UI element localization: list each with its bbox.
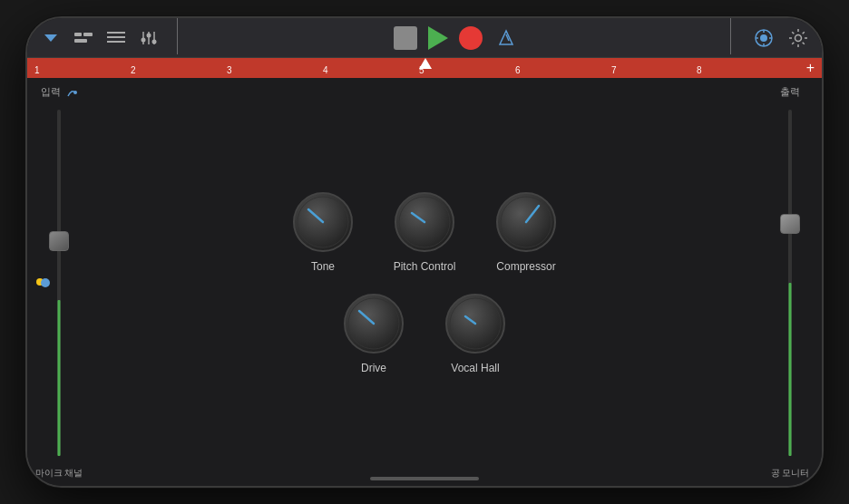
svg-marker-0 [44,34,57,42]
knobs-row-2: Drive [341,291,508,374]
input-level-indicator [58,300,61,456]
output-label: 출력 [780,85,800,99]
svg-point-20 [795,34,802,41]
drive-label: Drive [361,362,386,374]
ruler-marks: 1 2 3 4 5 6 7 8 [27,58,822,78]
main-content: 입력 마이크 채널 [27,78,822,486]
toolbar [27,18,822,58]
blue-indicator [41,278,50,287]
input-channel-label: 마이크 채널 [35,467,83,479]
ruler-mark-7: 7 [611,65,617,75]
timeline-ruler[interactable]: 1 2 3 4 5 6 7 8 + [27,58,822,78]
dropdown-icon[interactable] [38,25,63,51]
tone-label: Tone [311,260,335,273]
ruler-mark-1: 1 [34,65,40,75]
svg-rect-1 [74,33,82,36]
toolbar-right [751,25,811,51]
output-fader-track [788,110,792,456]
knobs-row-1: Tone [290,189,559,273]
svg-rect-4 [107,32,125,34]
vocal-hall-knob-group: Vocal Hall [443,291,508,374]
scrollbar[interactable] [370,477,479,480]
compressor-knob[interactable] [493,189,559,255]
settings-icon[interactable] [786,25,811,51]
tone-knob[interactable] [290,189,356,255]
pitch-control-knob[interactable] [392,189,457,255]
pitch-control-knob-group: Pitch Control [392,189,457,273]
output-fader-knob[interactable] [780,214,800,234]
pitch-control-label: Pitch Control [394,260,456,273]
svg-rect-2 [83,33,93,36]
track-view-icon[interactable] [71,25,96,51]
svg-rect-5 [107,36,125,38]
ruler-mark-4: 4 [323,65,328,75]
drive-knob[interactable] [341,291,406,356]
smart-tempo-icon[interactable] [751,25,776,51]
playhead [419,58,432,69]
mixer-icon[interactable] [136,25,161,51]
svg-point-15 [760,34,767,42]
left-panel: 입력 마이크 채널 [27,78,91,486]
play-button[interactable] [428,26,448,50]
vocal-hall-label: Vocal Hall [451,362,499,374]
output-level-indicator [789,283,792,456]
toolbar-left [38,25,161,51]
ruler-mark-3: 3 [227,65,232,75]
ruler-mark-2: 2 [131,65,136,75]
svg-point-11 [147,33,151,37]
svg-rect-6 [107,41,125,43]
right-panel: 출력 공 모니터 [758,78,822,486]
svg-rect-3 [74,39,87,43]
input-fader-knob[interactable] [49,231,69,251]
phone-frame: 1 2 3 4 5 6 7 8 + 입력 [25,16,824,488]
list-icon[interactable] [103,25,129,51]
compressor-knob-group: Compressor [493,189,559,273]
record-button[interactable] [459,26,483,50]
compressor-label: Compressor [496,260,555,273]
drive-knob-group: Drive [341,291,406,374]
svg-point-10 [142,37,146,42]
annotation-line-left [177,18,178,54]
stop-button[interactable] [394,26,417,50]
center-controls: Tone [91,78,758,486]
output-monitor-label: 공 모니터 [771,467,810,479]
svg-point-12 [152,39,157,44]
ruler-mark-6: 6 [515,65,521,75]
vocal-hall-knob[interactable] [443,291,508,356]
annotation-line-right [730,18,731,54]
tone-knob-group: Tone [290,189,356,273]
ruler-mark-8: 8 [697,65,702,75]
svg-point-21 [73,91,77,94]
ruler-add-button[interactable]: + [806,60,815,76]
metronome-icon[interactable] [493,25,519,51]
input-label: 입력 [41,85,77,99]
toolbar-center [169,25,744,51]
input-fader-track [57,110,61,456]
